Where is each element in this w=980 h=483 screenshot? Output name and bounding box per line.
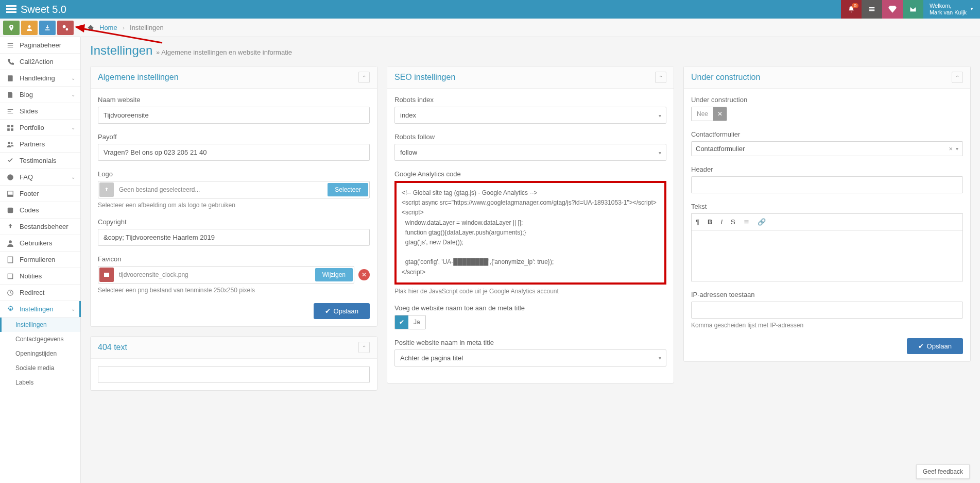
sidebar-item-redirect[interactable]: Redirect (0, 285, 80, 301)
sidebar-label: Notities (20, 272, 42, 280)
sidebar-item-footer[interactable]: Footer (0, 186, 80, 202)
svg-rect-8 (7, 125, 10, 127)
svg-rect-9 (11, 125, 13, 127)
rte-strike-button[interactable]: S (731, 218, 735, 226)
sidebar-label: Redirect (20, 289, 44, 296)
toggle-label: Nee (692, 110, 713, 118)
collapse-button[interactable]: ⌃ (655, 72, 666, 83)
form-icon (7, 256, 14, 263)
panel-seo: SEO instellingen⌃ Robots indexindex Robo… (387, 66, 674, 384)
chevron-down-icon: ⌄ (71, 125, 75, 130)
robots-index-select[interactable]: index (394, 107, 666, 124)
payoff-input[interactable] (98, 144, 370, 161)
sidebar-item-partners[interactable]: Partners (0, 136, 80, 153)
sidebar-item-bestandsbeheer[interactable]: Bestandsbeheer (0, 219, 80, 235)
panel-title: SEO instellingen (394, 73, 455, 82)
clear-icon[interactable]: × (949, 145, 953, 153)
meta-pos-select[interactable]: Achter de pagina titel (394, 349, 666, 367)
sidebar-label: Call2Action (20, 58, 54, 65)
sidebar-sub-openingstijden[interactable]: Openingstijden (0, 346, 80, 361)
favicon-change-button[interactable]: Wijzigen (315, 268, 353, 281)
users-icon (7, 141, 14, 148)
meta-add-toggle[interactable]: ✔Ja (394, 315, 426, 329)
collapse-button[interactable]: ⌃ (358, 342, 370, 353)
robots-follow-select[interactable]: follow (394, 144, 666, 161)
rte-list-button[interactable]: ≣ (744, 218, 749, 226)
collapse-button[interactable]: ⌃ (358, 72, 370, 83)
copyright-input[interactable] (98, 229, 370, 246)
caret-down-icon: ▼ (970, 7, 974, 12)
uc-toggle[interactable]: Nee✕ (691, 107, 727, 121)
download-button[interactable] (39, 21, 56, 35)
sidebar-label: Bestandsbeheer (20, 223, 68, 230)
feedback-button[interactable]: Geef feedback (916, 464, 970, 479)
sidebar-item-slides[interactable]: Slides (0, 103, 80, 120)
checkbox-icon (7, 207, 14, 214)
collapse-button[interactable]: ⌃ (952, 72, 963, 83)
sidebar-item-instellingen[interactable]: Instellingen⌄ (0, 301, 80, 318)
robots-index-label: Robots index (394, 96, 666, 104)
sidebar-sub-instellingen[interactable]: Instellingen (0, 318, 80, 332)
ga-code-textarea[interactable]: <!-- Global site tag (gtag.js) - Google … (394, 181, 666, 285)
sidebar-item-call2action[interactable]: Call2Action (0, 54, 80, 70)
svg-point-13 (11, 142, 13, 144)
sidebar-item-handleiding[interactable]: Handleiding⌄ (0, 70, 80, 87)
save-button-3[interactable]: ✔Opslaan (907, 338, 963, 354)
sidebar-item-blog[interactable]: Blog⌄ (0, 87, 80, 103)
svg-point-12 (8, 141, 10, 144)
notifications-button[interactable]: 0 (841, 0, 862, 19)
svg-point-14 (7, 174, 13, 180)
sidebar-item-paginabeheer[interactable]: Paginabeheer (0, 37, 80, 54)
svg-rect-1 (6, 8, 16, 10)
logo-label: Logo (98, 170, 370, 178)
sidebar: Paginabeheer Call2Action Handleiding⌄ Bl… (0, 37, 81, 483)
sidebar-item-gebruikers[interactable]: Gebruikers (0, 235, 80, 252)
mail-button[interactable] (903, 0, 923, 19)
user-button[interactable] (21, 21, 38, 35)
logo-file-row: Geen bestand geselecteerd... Selecteer (98, 181, 370, 198)
404-input[interactable] (98, 366, 370, 383)
rte-bold-button[interactable]: B (708, 218, 712, 226)
chevron-down-icon: ⌄ (71, 75, 75, 81)
save-button-1[interactable]: ✔Opslaan (314, 303, 370, 319)
favicon-delete-button[interactable]: ✕ (358, 269, 370, 280)
breadcrumb-home[interactable]: Home (99, 24, 117, 31)
welcome-label: Welkom, (930, 3, 967, 9)
app-title: Sweet 5.0 (0, 4, 66, 15)
ga-help: Plak hier de JavaScript code uit je Goog… (394, 288, 666, 295)
sidebar-item-formulieren[interactable]: Formulieren (0, 252, 80, 268)
logo-help: Selecteer een afbeelding om als logo te … (98, 202, 370, 209)
sidebar-sub-sociale-media[interactable]: Sociale media (0, 361, 80, 375)
contact-select[interactable]: Contactformulier×▾ (691, 141, 963, 156)
marker-button[interactable] (3, 21, 20, 35)
rte-link-button[interactable]: 🔗 (758, 218, 766, 226)
upload-icon (7, 223, 14, 230)
uc-label: Under construction (691, 96, 963, 104)
svg-rect-11 (11, 128, 13, 131)
sidebar-label: Portfolio (20, 124, 44, 131)
sidebar-sub-labels[interactable]: Labels (0, 375, 80, 390)
sidebar-item-faq[interactable]: FAQ⌄ (0, 169, 80, 186)
header-input[interactable] (691, 176, 963, 193)
rte-italic-button[interactable]: I (720, 218, 723, 226)
download-icon (44, 24, 50, 31)
sidebar-item-portfolio[interactable]: Portfolio⌄ (0, 120, 80, 136)
sidebar-item-testimonials[interactable]: Testimonials (0, 153, 80, 169)
sidebar-item-notities[interactable]: Notities (0, 268, 80, 285)
svg-rect-16 (8, 194, 13, 196)
sidebar-sub-contactgegevens[interactable]: Contactgegevens (0, 332, 80, 346)
rte-editor[interactable] (691, 230, 963, 281)
sidebar-label: FAQ (20, 173, 33, 181)
layers-button[interactable] (862, 0, 882, 19)
name-input[interactable] (98, 107, 370, 124)
redirect-icon (7, 289, 14, 296)
gears-button[interactable] (57, 21, 74, 35)
rte-paragraph-button[interactable]: ¶ (696, 218, 699, 226)
diamond-button[interactable] (882, 0, 903, 19)
logo-select-button[interactable]: Selecteer (328, 183, 368, 196)
sidebar-item-codes[interactable]: Codes (0, 202, 80, 219)
sliders-icon (7, 108, 14, 115)
ip-input[interactable] (691, 302, 963, 319)
ip-label: IP-adressen toestaan (691, 291, 963, 298)
user-menu[interactable]: Welkom, Mark van Kuijk ▼ (923, 0, 980, 19)
